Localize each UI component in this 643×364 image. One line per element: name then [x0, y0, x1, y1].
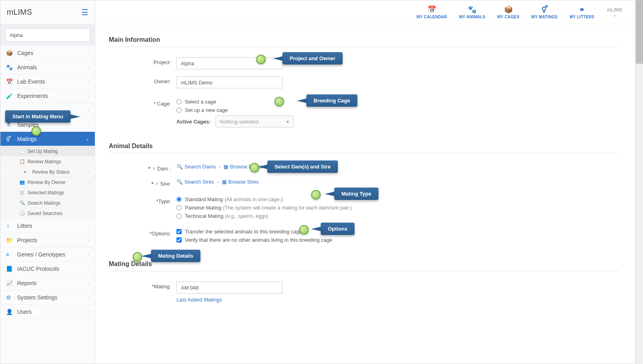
radio-select-cage[interactable] — [176, 99, 182, 104]
sidebar-item-projects[interactable]: 📁Projects‹ — [0, 233, 95, 247]
annotation-start-mating: Start in Mating Menu — [5, 110, 71, 123]
window-scrollbar[interactable] — [635, 0, 643, 364]
topnav-litters[interactable]: ⚭MY LITTERS — [566, 4, 598, 21]
radio-pairwise[interactable] — [176, 205, 182, 210]
chart-icon: 📈 — [6, 280, 14, 286]
chevron-left-icon: ‹ — [88, 108, 89, 113]
link-search-sires[interactable]: 🔍Search Sires — [176, 179, 214, 185]
sidebar-item-genes[interactable]: ≡Genes / Genotypes‹ — [0, 247, 95, 262]
cube-icon: 📦 — [504, 5, 513, 14]
cart-icon: 🛒 — [20, 190, 26, 195]
search-icon: 🔍 — [20, 200, 26, 205]
search-icon: 🔍 — [176, 179, 183, 185]
topnav-cages[interactable]: 📦MY CAGES — [493, 4, 523, 21]
list-icon: 📋 — [20, 159, 26, 164]
sub-search-matings[interactable]: 🔍Search Matings — [0, 198, 95, 208]
paw-icon: 🐾 — [6, 64, 14, 70]
litter-icon: ⚭ — [579, 5, 585, 14]
topnav-matings[interactable]: ⚥MY MATINGS — [527, 4, 562, 21]
matings-submenu: 📄Set Up Mating 📋Review Matings ▸Review B… — [0, 146, 95, 219]
sidebar-item-reports[interactable]: 📈Reports‹ — [0, 276, 95, 290]
chevron-left-icon: ‹ — [88, 266, 89, 271]
section-title: Main Information — [109, 36, 619, 47]
chevron-down-icon: ⌄ — [613, 13, 616, 17]
sidebar-item-users[interactable]: 👤Users‹ — [0, 305, 95, 319]
section-title: Animal Details — [109, 143, 619, 153]
litter-icon: ♀ — [6, 223, 14, 229]
topbar: 📅MY CALENDAR 🐾MY ANIMALS 📦MY CAGES ⚥MY M… — [95, 0, 635, 24]
check-verify[interactable] — [176, 237, 182, 243]
sidebar-item-experiments[interactable]: 🧪Experiments‹ — [0, 89, 95, 103]
grid-icon: ▦ — [222, 179, 227, 185]
sidebar-item-litters[interactable]: ♀Litters‹ — [0, 219, 95, 233]
chevron-left-icon: ‹ — [88, 295, 89, 300]
user-icon: 👤 — [6, 309, 14, 315]
sub-review-status[interactable]: ▸Review By Status‹ — [0, 167, 95, 177]
chevron-left-icon: ‹ — [88, 223, 89, 228]
user-menu[interactable]: mLIMS⌄ — [602, 7, 627, 17]
annotation-project-owner: Project and Owner — [282, 52, 343, 65]
sidebar-item-matings[interactable]: ⚥Matings⌄ — [0, 132, 95, 146]
active-cages-select[interactable]: Nothing selected▾ — [216, 115, 294, 127]
chevron-left-icon: ‹ — [88, 79, 89, 84]
sidebar: mLIMS ☰ 📦Cages‹ 🐾Animals‹ 📅Lab Events‹ 🧪… — [0, 0, 95, 364]
paw-icon: 🐾 — [468, 5, 476, 14]
chevron-left-icon: ‹ — [88, 94, 89, 98]
mating-icon: ⚥ — [541, 5, 548, 14]
content: Main Information Project: Owner: * Cage:… — [95, 24, 635, 364]
search-icon: 🔍 — [176, 164, 183, 170]
mating-icon: ⚥ — [6, 136, 14, 142]
clock-icon: 🕓 — [20, 211, 26, 216]
annotation-options: Options — [321, 223, 355, 235]
project-field[interactable] — [176, 57, 282, 69]
link-search-dams[interactable]: 🔍Search Dams — [176, 164, 216, 170]
link-last-added[interactable]: Last Added Matings — [176, 297, 222, 303]
label-project: Project: — [109, 57, 176, 65]
caret-icon: ▸ — [24, 169, 31, 174]
link-browse-sires[interactable]: ▦Browse Sires — [222, 179, 259, 185]
radio-technical[interactable] — [176, 213, 182, 219]
check-transfer[interactable] — [176, 229, 182, 234]
chevron-left-icon: ‹ — [88, 170, 89, 174]
chevron-left-icon: ‹ — [88, 238, 89, 243]
flask-icon: 🧪 — [6, 93, 14, 99]
users-icon: 👥 — [20, 180, 26, 185]
annotation-pin — [311, 190, 321, 200]
topnav-calendar[interactable]: 📅MY CALENDAR — [412, 4, 451, 21]
sub-selected-matings[interactable]: 🛒Selected Matings — [0, 188, 95, 198]
sub-saved-searches[interactable]: 🕓Saved Searches‹ — [0, 208, 95, 219]
hamburger-icon[interactable]: ☰ — [81, 8, 88, 17]
radio-new-cage[interactable] — [176, 108, 182, 113]
label-owner: Owner: — [109, 76, 176, 84]
annotation-mating-type: Mating Type — [334, 188, 378, 200]
chevron-left-icon: ‹ — [88, 180, 89, 184]
chevron-left-icon: ‹ — [88, 211, 89, 215]
mating-id-field[interactable] — [176, 282, 282, 294]
calendar-icon: 📅 — [6, 78, 14, 85]
sidebar-item-animals[interactable]: 🐾Animals‹ — [0, 60, 95, 74]
sub-review-matings[interactable]: 📋Review Matings — [0, 157, 95, 167]
scrollbar-thumb[interactable] — [636, 0, 643, 64]
cube-icon: 📦 — [6, 50, 14, 56]
sidebar-item-cages[interactable]: 📦Cages‹ — [0, 46, 95, 60]
page-icon: 📄 — [20, 149, 26, 154]
sub-setup-mating[interactable]: 📄Set Up Mating — [0, 146, 95, 157]
sub-review-owner[interactable]: 👥Review By Owner‹ — [0, 177, 95, 188]
label-active-cages: Active Cages: — [176, 119, 211, 125]
topnav-animals[interactable]: 🐾MY ANIMALS — [455, 4, 489, 21]
sidebar-item-labevents[interactable]: 📅Lab Events‹ — [0, 74, 95, 89]
annotation-pin — [31, 126, 41, 136]
calendar-icon: 📅 — [427, 5, 436, 14]
male-icon: ♂ — [155, 181, 159, 187]
folder-icon: 📁 — [6, 237, 14, 243]
sidebar-item-iacuc[interactable]: 📘IACUC Protocols‹ — [0, 262, 95, 276]
annotation-dam-sire: Select Dam(s) and Sire — [267, 160, 338, 173]
book-icon: 📘 — [6, 266, 14, 272]
sidebar-header: mLIMS ☰ — [0, 0, 95, 24]
owner-field[interactable] — [176, 76, 282, 88]
sidebar-item-settings[interactable]: ⚙System Settings‹ — [0, 290, 95, 305]
sidebar-nav: 📦Cages‹ 🐾Animals‹ 📅Lab Events‹ 🧪Experime… — [0, 46, 95, 364]
annotation-pin — [133, 252, 142, 262]
search-input[interactable] — [5, 28, 90, 42]
radio-standard[interactable] — [176, 197, 182, 202]
